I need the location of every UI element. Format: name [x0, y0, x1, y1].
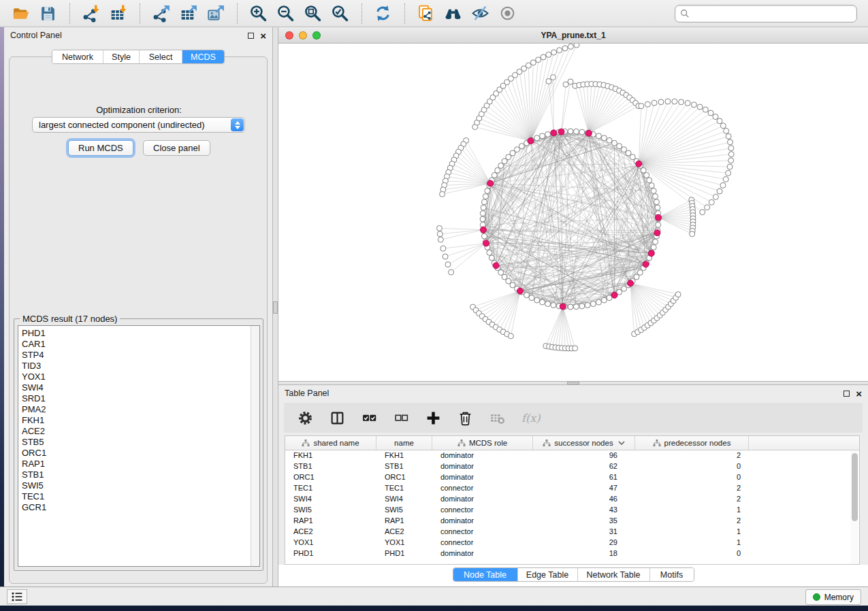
tab-node-table[interactable]: Node Table: [453, 568, 518, 581]
table-row[interactable]: SWI4SWI4dominator462: [285, 494, 859, 505]
mcds-list-scrollbar[interactable]: [251, 326, 259, 566]
graph-node[interactable]: [703, 107, 708, 112]
graph-hub-node[interactable]: [648, 250, 654, 257]
function-builder-icon[interactable]: f(x): [521, 408, 540, 428]
graph-node[interactable]: [723, 176, 728, 182]
graph-node[interactable]: [492, 173, 497, 178]
mcds-result-item[interactable]: TEC1: [22, 491, 259, 502]
graph-hub-node[interactable]: [655, 214, 661, 220]
graph-node[interactable]: [728, 146, 734, 151]
graph-node[interactable]: [649, 183, 654, 188]
mcds-result-item[interactable]: SRD1: [22, 393, 259, 404]
graph-node[interactable]: [709, 199, 714, 205]
graph-node[interactable]: [727, 139, 733, 145]
graph-node[interactable]: [443, 254, 448, 259]
graph-node[interactable]: [647, 178, 652, 183]
mcds-result-item[interactable]: ACE2: [22, 426, 259, 437]
graph-node[interactable]: [653, 239, 658, 244]
graph-node[interactable]: [495, 167, 500, 173]
graph-hub-node[interactable]: [643, 261, 649, 267]
graph-hub-node[interactable]: [483, 240, 489, 246]
graph-node[interactable]: [480, 216, 485, 222]
graph-node[interactable]: [481, 205, 486, 210]
run-mcds-button[interactable]: Run MCDS: [68, 140, 133, 156]
import-network-icon[interactable]: [80, 3, 102, 24]
memory-button[interactable]: Memory: [805, 589, 861, 605]
graph-node[interactable]: [634, 274, 639, 280]
search-network-icon[interactable]: [443, 3, 464, 24]
graph-node[interactable]: [720, 182, 726, 188]
graph-hub-node[interactable]: [636, 161, 642, 167]
table-row[interactable]: RAP1RAP1dominator352: [285, 516, 859, 527]
graph-node[interactable]: [574, 44, 579, 48]
graph-node[interactable]: [685, 101, 690, 106]
search-input[interactable]: [690, 7, 856, 20]
graph-node[interactable]: [596, 299, 601, 305]
graph-node[interactable]: [546, 52, 551, 57]
graph-node[interactable]: [654, 199, 660, 205]
graph-node[interactable]: [440, 191, 445, 197]
graph-node[interactable]: [568, 129, 573, 134]
graph-node[interactable]: [545, 131, 551, 137]
column-header-predecessor-nodes[interactable]: predecessor nodes: [635, 436, 749, 450]
graph-node[interactable]: [728, 152, 734, 157]
tab-edge-table[interactable]: Edge Table: [518, 568, 578, 581]
graph-node[interactable]: [540, 133, 545, 139]
mcds-result-item[interactable]: TID3: [22, 361, 259, 371]
graph-node[interactable]: [622, 147, 627, 152]
import-table-icon[interactable]: [108, 3, 129, 24]
graph-node[interactable]: [652, 100, 657, 105]
graph-node[interactable]: [536, 57, 541, 63]
graph-node[interactable]: [679, 99, 684, 105]
graph-node[interactable]: [436, 225, 442, 231]
graph-node[interactable]: [481, 199, 487, 205]
graph-node[interactable]: [481, 233, 487, 239]
graph-node[interactable]: [727, 164, 733, 169]
graph-node[interactable]: [645, 101, 650, 107]
graph-node[interactable]: [540, 299, 545, 305]
mcds-result-item[interactable]: PHD1: [22, 328, 259, 339]
graph-node[interactable]: [601, 297, 607, 303]
graph-node[interactable]: [713, 114, 718, 120]
graph-node[interactable]: [612, 140, 617, 146]
graph-node[interactable]: [708, 110, 713, 116]
network-canvas[interactable]: [278, 44, 868, 381]
tab-style[interactable]: Style: [103, 50, 140, 63]
mcds-result-item[interactable]: SWI4: [22, 382, 259, 393]
export-network-icon[interactable]: [150, 3, 172, 24]
graph-node[interactable]: [579, 303, 585, 309]
table-row[interactable]: SWI5SWI5connector431: [285, 505, 859, 516]
graph-node[interactable]: [568, 44, 573, 49]
criterion-dropdown[interactable]: largest connected component (undirected): [32, 117, 245, 133]
graph-node[interactable]: [626, 150, 631, 156]
graph-node[interactable]: [449, 269, 454, 275]
graph-node[interactable]: [675, 292, 681, 297]
table-row[interactable]: PHD1PHD1dominator180: [285, 548, 859, 559]
table-row[interactable]: ORC1ORC1dominator610: [285, 472, 859, 483]
float-panel-icon[interactable]: [248, 33, 254, 39]
graph-node[interactable]: [438, 237, 443, 242]
graph-node[interactable]: [665, 99, 671, 104]
mcds-result-item[interactable]: YOX1: [22, 371, 259, 382]
graph-node[interactable]: [690, 231, 695, 237]
graph-node[interactable]: [700, 210, 705, 215]
share-document-icon[interactable]: [415, 3, 437, 24]
mcds-result-item[interactable]: FKH1: [22, 415, 259, 426]
graph-node[interactable]: [590, 301, 596, 307]
tab-motifs[interactable]: Motifs: [650, 568, 694, 581]
graph-node[interactable]: [534, 135, 540, 141]
export-image-icon[interactable]: [205, 3, 227, 24]
mcds-result-item[interactable]: GCR1: [22, 502, 259, 513]
mcds-result-item[interactable]: STP4: [22, 350, 259, 361]
table-options-icon[interactable]: [298, 408, 313, 428]
splitter-grip[interactable]: [273, 301, 278, 314]
graph-node[interactable]: [551, 303, 556, 308]
graph-node[interactable]: [485, 188, 490, 194]
graph-node[interactable]: [697, 104, 703, 110]
graph-node[interactable]: [551, 50, 557, 55]
graph-node[interactable]: [534, 297, 540, 303]
open-file-icon[interactable]: [10, 3, 32, 24]
delete-column-icon[interactable]: [457, 408, 473, 428]
table-row[interactable]: TEC1TEC1connector472: [285, 483, 859, 494]
graph-hub-node[interactable]: [528, 138, 534, 144]
